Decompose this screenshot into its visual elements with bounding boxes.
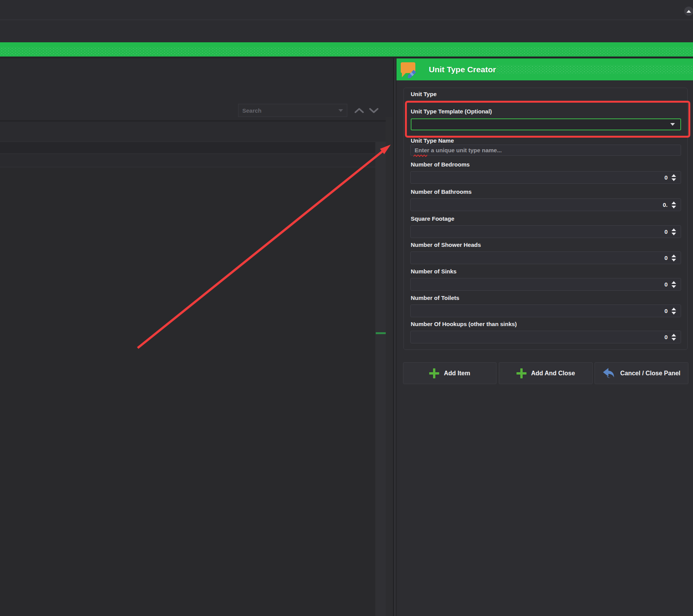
ribbon-dot-pattern [0,47,693,55]
bedrooms-field[interactable]: 0 [410,171,681,184]
table-header-row[interactable] [0,142,375,154]
plus-icon [516,368,526,378]
left-workspace [0,58,393,616]
name-input[interactable] [411,145,681,155]
cancel-close-panel-button[interactable]: Cancel / Close Panel [595,362,688,384]
table-filter-row[interactable] [0,154,375,167]
title-bar [0,0,693,20]
spinner-up-icon[interactable] [671,228,676,231]
left-panel-edge [386,117,393,616]
add-and-close-button[interactable]: Add And Close [499,362,593,384]
shower-heads-spinner[interactable] [671,255,676,261]
square-footage-field[interactable]: 0 [410,225,681,238]
panel-title: Unit Type Creator [429,58,496,80]
hookups-field[interactable]: 0 [410,331,681,343]
cancel-close-panel-label: Cancel / Close Panel [620,370,681,377]
sinks-spinner[interactable] [671,281,676,288]
chat-bubble-pencil-icon [400,62,416,78]
spinner-down-icon[interactable] [671,178,676,181]
spinner-up-icon[interactable] [671,281,676,284]
bathrooms-field[interactable]: 0. [410,198,681,211]
find-next-button[interactable] [367,103,381,117]
undo-arrow-icon [603,368,616,379]
plus-icon [429,368,439,378]
search-dropdown-icon[interactable] [338,109,343,112]
bedrooms-value: 0 [665,174,668,181]
square-footage-spinner[interactable] [671,228,676,235]
spinner-up-icon[interactable] [671,334,676,336]
find-previous-button[interactable] [352,103,366,117]
shower-heads-value: 0 [665,255,668,261]
bedrooms-label: Number of Bedrooms [411,161,470,168]
table-body[interactable] [0,168,375,616]
sinks-value: 0 [665,281,668,288]
spinner-down-icon[interactable] [671,206,676,208]
search-toolbar [0,102,393,122]
spinner-down-icon[interactable] [671,259,676,261]
group-label: Unit Type [411,91,436,97]
name-field[interactable] [410,145,681,156]
unit-type-creator-panel: Unit Type Creator Unit Type Unit Type Te… [396,58,693,616]
sinks-field[interactable]: 0 [410,278,681,291]
panel-divider-line [395,58,395,616]
shower-heads-field[interactable]: 0 [410,251,681,264]
menu-bar [0,20,693,42]
hookups-value: 0 [665,334,668,340]
toilets-label: Number of Toilets [411,295,459,301]
bedrooms-spinner[interactable] [671,174,676,181]
hookups-label: Number Of Hookups (other than sinks) [411,321,517,327]
search-input[interactable] [238,107,338,114]
scroll-to-top-button[interactable] [684,7,693,16]
spinner-down-icon[interactable] [671,233,676,235]
spinner-up-icon[interactable] [671,174,676,177]
spinner-down-icon[interactable] [671,312,676,315]
add-item-button[interactable]: Add Item [403,362,496,384]
chevron-down-icon [369,107,379,113]
toilets-field[interactable]: 0 [410,305,681,317]
panel-divider[interactable] [393,58,396,616]
search-box[interactable] [238,104,347,117]
annotation-highlight-box [405,101,690,138]
green-ribbon [0,42,693,57]
spinner-up-icon[interactable] [671,201,676,204]
add-and-close-label: Add And Close [531,370,575,377]
add-item-label: Add Item [444,370,470,377]
spinner-up-icon[interactable] [671,308,676,310]
spinner-down-icon[interactable] [671,338,676,341]
spellcheck-squiggle [413,155,427,157]
header-dot-pattern [496,65,693,74]
toilets-value: 0 [665,308,668,314]
shower-heads-label: Number of Shower Heads [411,241,481,248]
square-footage-label: Square Footage [411,215,454,222]
spinner-down-icon[interactable] [671,285,676,288]
panel-header: Unit Type Creator [396,58,693,80]
chevron-up-icon [354,107,364,113]
hookups-spinner[interactable] [671,334,676,341]
table-scrollbar[interactable] [375,142,386,616]
bathrooms-value: 0. [663,201,668,208]
name-label: Unit Type Name [411,137,454,144]
sinks-label: Number of Sinks [411,268,456,275]
app-window: Unit Type Creator Unit Type Unit Type Te… [0,0,693,616]
triangle-up-icon [686,10,691,13]
bathrooms-spinner[interactable] [671,201,676,208]
square-footage-value: 0 [665,228,668,235]
bathrooms-label: Number of Bathrooms [411,188,471,195]
toilets-spinner[interactable] [671,308,676,315]
scrollbar-position-marker [376,332,386,334]
spinner-up-icon[interactable] [671,255,676,257]
